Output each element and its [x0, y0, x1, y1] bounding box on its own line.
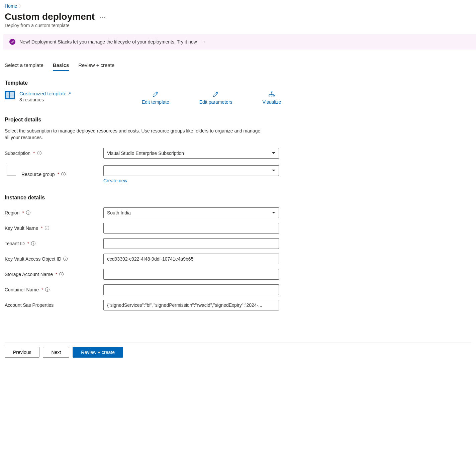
breadcrumb-home-link[interactable]: Home	[5, 3, 17, 9]
tree-connector-icon	[7, 164, 16, 176]
section-template-heading: Template	[5, 80, 471, 86]
edit-parameters-action[interactable]: Edit parameters	[199, 91, 232, 105]
edit-parameters-label: Edit parameters	[199, 99, 232, 105]
kv-obj-id-input[interactable]	[103, 254, 279, 264]
required-asterisk: *	[41, 287, 43, 292]
create-new-link[interactable]: Create new	[103, 178, 127, 183]
tab-select-template[interactable]: Select a template	[5, 62, 43, 71]
edit-template-label: Edit template	[142, 99, 169, 105]
info-icon[interactable]: i	[45, 226, 49, 230]
info-banner[interactable]: New! Deployment Stacks let you manage th…	[3, 34, 476, 50]
required-asterisk: *	[58, 172, 59, 177]
more-actions-icon[interactable]: ⋯	[99, 14, 106, 21]
kv-obj-id-label: Key Vault Access Object ID	[5, 256, 61, 262]
tenant-id-label: Tenant ID	[5, 241, 25, 246]
info-icon[interactable]: i	[26, 210, 30, 215]
next-button[interactable]: Next	[43, 347, 69, 358]
page-title: Custom deployment	[5, 11, 95, 22]
wizard-footer: Previous Next Review + create	[5, 343, 471, 364]
visualize-action[interactable]: Visualize	[263, 91, 281, 105]
storage-name-input[interactable]	[103, 269, 279, 280]
info-icon[interactable]: i	[37, 151, 41, 155]
edit-template-action[interactable]: Edit template	[142, 91, 169, 105]
template-resources-count: 3 resources	[19, 97, 71, 102]
resource-group-label: Resource group	[21, 172, 55, 177]
info-icon[interactable]: i	[59, 272, 64, 276]
arrow-right-icon: →	[202, 39, 206, 44]
subscription-label: Subscription	[5, 151, 30, 156]
template-icon	[5, 91, 15, 99]
subscription-select[interactable]	[103, 148, 279, 159]
sas-props-label: Account Sas Properties	[5, 302, 54, 308]
region-label: Region	[5, 210, 19, 215]
region-select[interactable]	[103, 207, 279, 218]
info-icon[interactable]: i	[61, 172, 66, 176]
svg-rect-1	[269, 95, 270, 96]
info-icon[interactable]: i	[63, 257, 68, 261]
required-asterisk: *	[22, 210, 24, 215]
review-create-button[interactable]: Review + create	[73, 347, 123, 358]
tab-review-create[interactable]: Review + create	[78, 62, 114, 71]
required-asterisk: *	[33, 151, 35, 156]
svg-rect-3	[273, 95, 274, 96]
rocket-icon	[9, 39, 15, 45]
section-instance-heading: Instance details	[5, 195, 471, 201]
tenant-id-input[interactable]	[103, 238, 279, 249]
svg-rect-0	[271, 91, 272, 92]
info-icon[interactable]: i	[31, 241, 35, 246]
breadcrumb: Home 〉	[5, 3, 471, 9]
container-name-label: Container Name	[5, 287, 39, 292]
resource-group-select[interactable]	[103, 165, 279, 176]
required-asterisk: *	[56, 272, 57, 277]
kv-name-label: Key Vault Name	[5, 225, 38, 231]
svg-rect-2	[271, 95, 272, 96]
customized-template-link[interactable]: Customized template ↗	[19, 91, 71, 96]
tab-basics[interactable]: Basics	[53, 62, 69, 71]
pencil-icon	[152, 91, 159, 97]
required-asterisk: *	[27, 241, 29, 246]
banner-text: New! Deployment Stacks let you manage th…	[19, 39, 197, 44]
page-subtitle: Deploy from a custom template	[5, 23, 471, 28]
info-icon[interactable]: i	[45, 287, 50, 292]
wizard-tabs: Select a template Basics Review + create	[5, 62, 471, 71]
storage-name-label: Storage Account Name	[5, 272, 53, 277]
template-link-label: Customized template	[19, 91, 67, 96]
external-link-icon: ↗	[68, 91, 71, 96]
kv-name-input[interactable]	[103, 223, 279, 234]
pencil-icon	[212, 91, 219, 97]
previous-button[interactable]: Previous	[5, 347, 39, 358]
container-name-input[interactable]	[103, 284, 279, 295]
visualize-label: Visualize	[263, 99, 281, 105]
project-description: Select the subscription to manage deploy…	[5, 127, 266, 141]
section-project-heading: Project details	[5, 117, 471, 123]
tree-icon	[268, 91, 275, 97]
sas-props-input[interactable]	[103, 300, 279, 310]
chevron-right-icon: 〉	[19, 4, 23, 9]
required-asterisk: *	[41, 225, 42, 231]
